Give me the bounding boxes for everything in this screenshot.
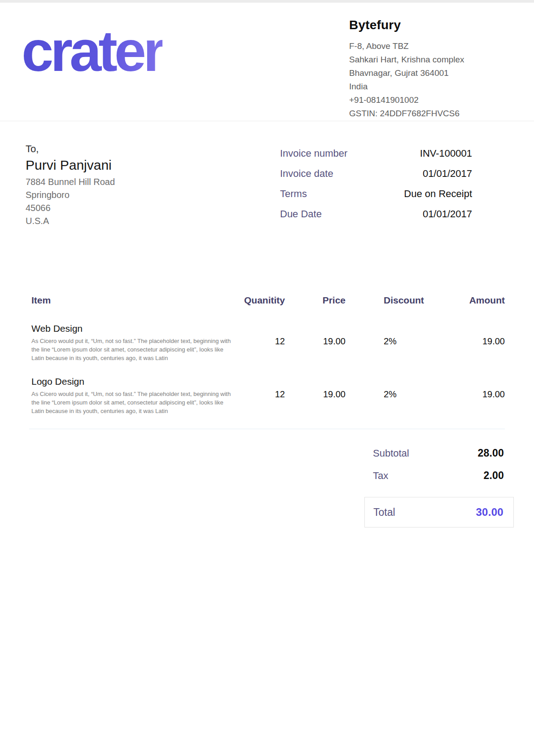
total-box: Total 30.00	[364, 497, 514, 527]
due-date-row: Due Date 01/01/2017	[280, 208, 472, 220]
invoice-date-row: Invoice date 01/01/2017	[280, 168, 472, 180]
item-cell: Logo Design As Cicero would put it, “Um,…	[29, 376, 231, 415]
billing-section: To, Purvi Panjvani 7884 Bunnel Hill Road…	[0, 121, 534, 229]
company-name: Bytefury	[349, 18, 476, 32]
invoice-number-value: INV-100001	[420, 148, 472, 159]
column-header-amount: Amount	[429, 295, 505, 306]
invoice-page: crater Bytefury F-8, Above TBZ Sahkari H…	[0, 0, 534, 756]
items-table-header: Item Quanitity Price Discount Amount	[29, 295, 505, 306]
company-address: F-8, Above TBZ Sahkari Hart, Krishna com…	[349, 40, 476, 120]
table-row: Web Design As Cicero would put it, “Um, …	[29, 323, 505, 362]
invoice-number-row: Invoice number INV-100001	[280, 148, 472, 159]
customer-address: 7884 Bunnel Hill Road Springboro 45066 U…	[26, 176, 115, 228]
item-quantity: 12	[231, 376, 285, 415]
totals-section: Subtotal 28.00 Tax 2.00 Total 30.00	[364, 447, 514, 527]
crater-logo: crater	[22, 15, 162, 121]
company-address-line: F-8, Above TBZ	[349, 40, 476, 53]
column-header-quantity: Quanitity	[231, 295, 285, 306]
bill-to-block: To, Purvi Panjvani 7884 Bunnel Hill Road…	[26, 142, 115, 229]
column-header-price: Price	[285, 295, 346, 306]
item-discount: 2%	[346, 376, 429, 415]
due-date-label: Due Date	[280, 208, 322, 220]
subtotal-value: 28.00	[477, 447, 504, 459]
company-address-line: Sahkari Hart, Krishna complex	[349, 53, 476, 66]
tax-row: Tax 2.00	[364, 470, 514, 482]
invoice-number-label: Invoice number	[280, 148, 347, 159]
item-description: As Cicero would put it, “Um, not so fast…	[31, 390, 231, 415]
invoice-meta-block: Invoice number INV-100001 Invoice date 0…	[280, 148, 472, 229]
customer-address-line: U.S.A	[26, 215, 115, 228]
invoice-header: crater Bytefury F-8, Above TBZ Sahkari H…	[0, 3, 534, 121]
item-discount: 2%	[346, 323, 429, 362]
subtotal-label: Subtotal	[373, 448, 409, 459]
company-info: Bytefury F-8, Above TBZ Sahkari Hart, Kr…	[349, 18, 476, 121]
item-price: 19.00	[285, 323, 346, 362]
item-cell: Web Design As Cicero would put it, “Um, …	[29, 323, 231, 362]
due-date-value: 01/01/2017	[423, 208, 472, 220]
terms-label: Terms	[280, 188, 307, 200]
item-price: 19.00	[285, 376, 346, 415]
total-label: Total	[373, 506, 395, 519]
company-gstin: GSTIN: 24DDF7682FHVCS6	[349, 107, 476, 120]
tax-label: Tax	[373, 470, 388, 482]
total-value: 30.00	[476, 506, 503, 519]
item-amount: 19.00	[429, 323, 505, 362]
invoice-date-label: Invoice date	[280, 168, 333, 180]
terms-row: Terms Due on Receipt	[280, 188, 472, 200]
customer-name: Purvi Panjvani	[26, 156, 115, 175]
column-header-discount: Discount	[346, 295, 429, 306]
item-name: Web Design	[31, 323, 231, 334]
item-name: Logo Design	[31, 376, 231, 387]
item-amount: 19.00	[429, 376, 505, 415]
tax-value: 2.00	[483, 470, 504, 482]
invoice-date-value: 01/01/2017	[423, 168, 472, 180]
item-quantity: 12	[231, 323, 285, 362]
customer-address-line: 45066	[26, 202, 115, 215]
company-phone: +91-08141901002	[349, 93, 476, 107]
customer-address-line: Springboro	[26, 189, 115, 202]
bill-to-label: To,	[26, 142, 115, 156]
company-address-line: India	[349, 80, 476, 93]
company-address-line: Bhavnagar, Gujrat 364001	[349, 66, 476, 80]
subtotal-row: Subtotal 28.00	[364, 447, 514, 459]
column-header-item: Item	[29, 295, 231, 306]
terms-value: Due on Receipt	[404, 188, 472, 200]
item-description: As Cicero would put it, “Um, not so fast…	[31, 337, 231, 362]
customer-address-line: 7884 Bunnel Hill Road	[26, 176, 115, 189]
items-table: Item Quanitity Price Discount Amount Web…	[0, 295, 534, 429]
table-bottom-divider	[29, 429, 505, 429]
table-row: Logo Design As Cicero would put it, “Um,…	[29, 376, 505, 415]
